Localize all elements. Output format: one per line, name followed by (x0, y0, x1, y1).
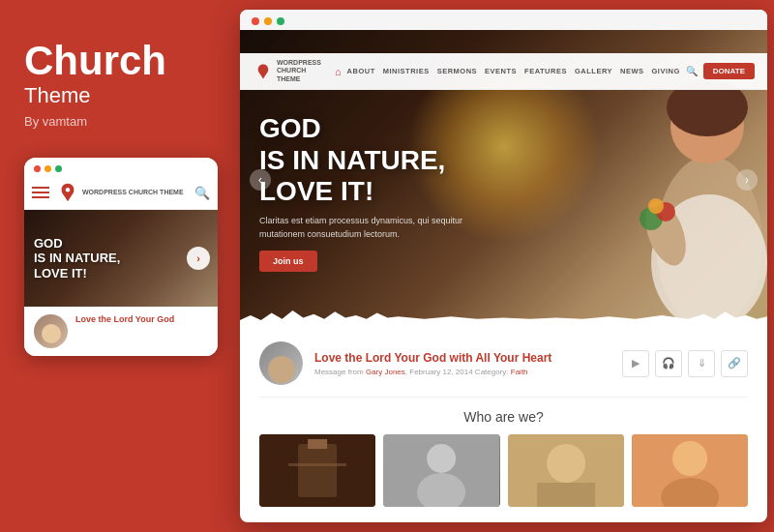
svg-rect-10 (308, 439, 327, 449)
nav-giving[interactable]: GIVING (652, 67, 680, 75)
mobile-avatar (34, 314, 68, 348)
svg-point-19 (672, 441, 707, 476)
who-image-4 (632, 434, 748, 507)
nav-news[interactable]: NEWS (620, 67, 644, 75)
mobile-hero-text: GODIS IN NATURE,LOVE IT! (24, 228, 130, 289)
mobile-sermon-title: Love the Lord Your God (75, 314, 174, 326)
desktop-dot-green (277, 17, 284, 25)
desktop-mockup: NEXT BIG EVENT IN: 37 DAYS | 13 HOURS | … (240, 10, 767, 522)
hero-person-figure (554, 49, 767, 330)
mobile-hero: GODIS IN NATURE,LOVE IT! › (24, 210, 218, 307)
mobile-logo-area: WORDPRESS CHURCH THEME (57, 182, 187, 203)
hero-next-arrow[interactable]: › (736, 169, 758, 191)
sermon-download-button[interactable]: ⇓ (688, 350, 715, 377)
desktop-logo: WORDPRESSCHURCHTHEME (254, 59, 321, 83)
nav-icons: 🔍 (686, 66, 698, 76)
sermon-audio-button[interactable]: 🎧 (655, 350, 682, 377)
svg-rect-17 (537, 483, 595, 507)
mobile-hero-title: GODIS IN NATURE,LOVE IT! (34, 236, 120, 281)
who-image-2 (383, 434, 499, 507)
desktop-nav: WORDPRESSCHURCHTHEME ⌂ ABOUT MINISTRIES … (240, 53, 767, 90)
hero-prev-arrow[interactable]: ‹ (250, 169, 271, 191)
who-image-3 (508, 434, 624, 507)
mobile-logo-icon (57, 182, 78, 203)
left-panel: Church Theme By vamtam WORDPRESS CHURCH … (0, 0, 237, 532)
mobile-hamburger-icon[interactable] (32, 187, 49, 198)
nav-items: ABOUT MINISTRIES SERMONS EVENTS FEATURES… (347, 67, 680, 75)
svg-rect-11 (288, 463, 346, 466)
sermon-title[interactable]: Love the Lord Your God with All Your Hea… (314, 351, 610, 365)
mobile-search-icon[interactable]: 🔍 (194, 186, 210, 200)
sermon-info: Love the Lord Your God with All Your Hea… (314, 351, 610, 376)
mobile-logo-text: WORDPRESS CHURCH THEME (82, 189, 184, 196)
app-title: Church (24, 39, 213, 83)
desktop-dot-red (252, 17, 259, 25)
svg-point-16 (547, 444, 585, 483)
sermon-play-button[interactable]: ▶ (622, 350, 649, 377)
mobile-mockup: WORDPRESS CHURCH THEME 🔍 GODIS IN NATURE… (24, 158, 218, 356)
hero-subtitle: Claritas est etiam processus dynamicus, … (259, 215, 472, 241)
sermon-avatar-head (268, 356, 295, 383)
who-section: Who are we? (240, 401, 767, 515)
mobile-dot-red (34, 165, 41, 172)
sermon-actions: ▶ 🎧 ⇓ 🔗 (622, 350, 748, 377)
nav-events[interactable]: EVENTS (485, 67, 517, 75)
home-icon[interactable]: ⌂ (335, 66, 342, 77)
nav-ministries[interactable]: MINISTRIES (383, 67, 430, 75)
sermon-link-button[interactable]: 🔗 (721, 350, 748, 377)
mobile-top-bar (24, 158, 218, 176)
sermon-author: Gary Jones (366, 368, 405, 376)
mobile-nav: WORDPRESS CHURCH THEME 🔍 (24, 176, 218, 210)
desktop-logo-text: WORDPRESSCHURCHTHEME (277, 59, 321, 83)
mobile-avatar-head (42, 324, 61, 343)
svg-rect-9 (298, 444, 337, 497)
svg-point-7 (648, 198, 664, 214)
join-us-button[interactable]: Join us (259, 251, 317, 272)
sermon-meta: Message from Gary Jones, February 12, 20… (314, 368, 610, 376)
nav-sermons[interactable]: SERMONS (437, 67, 477, 75)
app-author: By vamtam (24, 114, 213, 129)
sermon-category: Faith (511, 368, 528, 376)
nav-about[interactable]: ABOUT (347, 67, 375, 75)
sermon-row: Love the Lord Your God with All Your Hea… (259, 341, 748, 398)
app-subtitle: Theme (24, 83, 213, 108)
hero-content: GODIS IN NATURE,LOVE IT! Claritas est et… (259, 113, 472, 272)
who-image-1 (259, 434, 375, 507)
mobile-bottom: Love the Lord Your God (24, 307, 218, 356)
mobile-next-button[interactable]: › (187, 247, 210, 270)
who-section-title: Who are we? (259, 409, 748, 425)
nav-gallery[interactable]: GALLERY (575, 67, 612, 75)
desktop-dot-yellow (264, 17, 272, 25)
desktop-logo-icon (254, 63, 272, 80)
who-images (259, 434, 748, 507)
svg-point-13 (427, 444, 456, 473)
nav-features[interactable]: FEATURES (524, 67, 567, 75)
mobile-dot-yellow (45, 165, 51, 172)
mobile-dot-green (55, 165, 62, 172)
search-icon[interactable]: 🔍 (686, 66, 698, 76)
sermon-avatar (259, 341, 303, 385)
donate-button[interactable]: Donate (703, 63, 755, 79)
hero-title: GODIS IN NATURE,LOVE IT! (259, 113, 472, 207)
